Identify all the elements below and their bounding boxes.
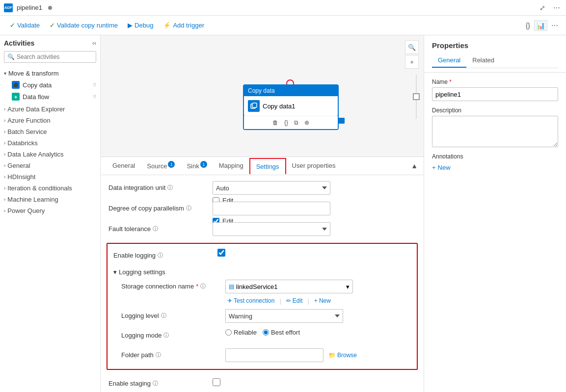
json-view-button[interactable]: {} (524, 20, 532, 31)
validate-button[interactable]: ✓ Validate (6, 20, 44, 31)
sidebar-item-data-flow[interactable]: ◈ Data flow ⠿ (0, 91, 100, 103)
monitor-button[interactable]: 📊 (534, 20, 547, 31)
collapse-button[interactable]: ⤢ (538, 3, 547, 13)
diu-controls: Auto 2 4 8 Edit (213, 181, 330, 204)
add-annotation-button[interactable]: + New (432, 162, 451, 173)
description-field-label: Description (432, 107, 558, 114)
validate-copy-button[interactable]: ✓ Validate copy runtime (46, 20, 122, 31)
info-icon-ft[interactable]: ⓘ (153, 225, 158, 233)
folder-path-label: Folder path ⓘ (121, 348, 219, 359)
collapse-panel-button[interactable]: ▲ (411, 162, 418, 170)
enable-staging-checkbox[interactable] (213, 378, 220, 386)
search-activities-input[interactable] (17, 53, 93, 60)
add-trigger-button[interactable]: ⚡ Add trigger (159, 20, 208, 31)
info-icon-lm[interactable]: ⓘ (163, 332, 169, 339)
test-connection-button[interactable]: ✈ Test connection (225, 296, 276, 305)
best-effort-option[interactable]: Best effort (263, 329, 300, 336)
enable-logging-checkbox[interactable] (217, 249, 225, 257)
enable-staging-label: Enable staging ⓘ (108, 377, 207, 387)
info-icon-el[interactable]: ⓘ (158, 252, 163, 259)
connect-activity-button[interactable]: ⊕ (303, 118, 310, 127)
search-icon: 🔍 (7, 53, 15, 60)
degree-parallelism-input[interactable] (213, 202, 330, 215)
tab-general[interactable]: General (107, 158, 141, 174)
search-box[interactable]: 🔍 (4, 51, 96, 63)
required-indicator: * (196, 283, 198, 290)
debug-button[interactable]: ▶ Debug (124, 20, 157, 31)
sidebar-item-batch-service[interactable]: › Batch Service (0, 126, 100, 137)
sink-badge: 1 (200, 161, 207, 168)
logging-settings-label: Logging settings (119, 268, 165, 276)
new-connection-button[interactable]: + New (312, 296, 333, 305)
storage-connection-dropdown[interactable]: ▤ linkedService1 ▾ (225, 280, 353, 293)
folder-path-row: Folder path ⓘ 📁 Browse (121, 348, 411, 364)
edit-connection-button[interactable]: ✏ Edit (284, 296, 305, 305)
sidebar-item-databricks[interactable]: › Databricks (0, 137, 100, 149)
plus-icon: + (314, 297, 318, 304)
sidebar-header: Activities ‹‹ (0, 35, 100, 49)
sidebar-item-azure-data-explorer[interactable]: › Azure Data Explorer (0, 104, 100, 115)
chevron-right-icon-9: › (4, 197, 5, 202)
chevron-right-icon-4: › (4, 140, 5, 146)
props-tab-related[interactable]: Related (466, 53, 500, 68)
sidebar-item-data-lake-analytics[interactable]: › Data Lake Analytics (0, 149, 100, 160)
logging-level-select[interactable]: Warning Info Error (225, 309, 343, 323)
search-canvas-button[interactable]: 🔍 (405, 40, 419, 54)
copy-data-activity-icon (248, 100, 260, 112)
general-label: General (7, 162, 30, 169)
delete-activity-button[interactable]: 🗑 (271, 118, 279, 127)
info-icon-dcp[interactable]: ⓘ (186, 205, 191, 212)
tab-settings[interactable]: Settings (249, 158, 286, 174)
tab-source[interactable]: Source1 (141, 157, 181, 175)
title-bar-actions: ⤢ ⋯ (538, 3, 562, 13)
collapse-sidebar-button[interactable]: ‹‹ (92, 40, 96, 47)
tab-mapping[interactable]: Mapping (213, 158, 249, 174)
description-field-textarea[interactable] (432, 116, 558, 147)
reliable-radio[interactable] (225, 329, 232, 336)
copy-activity-button[interactable]: ⧉ (293, 118, 299, 127)
info-icon-diu[interactable]: ⓘ (167, 184, 173, 191)
tab-user-properties[interactable]: User properties (286, 158, 342, 174)
sidebar-item-azure-function[interactable]: › Azure Function (0, 115, 100, 126)
main-layout: Activities ‹‹ 🔍 ▾ Move & transform ⬛ Cop… (0, 35, 566, 392)
info-icon-es[interactable]: ⓘ (153, 380, 158, 387)
data-integration-unit-select[interactable]: Auto 2 4 8 (213, 181, 330, 195)
sidebar-item-machine-learning[interactable]: › Machine Learning (0, 194, 100, 205)
info-icon-scn[interactable]: ⓘ (200, 283, 206, 290)
name-required-indicator: * (449, 78, 452, 85)
copy-data-activity-block[interactable]: Copy data Copy data1 🗑 {} ⧉ ⊕ (243, 84, 339, 130)
info-icon-fp[interactable]: ⓘ (156, 351, 161, 359)
sidebar-item-power-query[interactable]: › Power Query (0, 205, 100, 216)
toolbar-right-actions: {} 📊 ⋯ (524, 20, 560, 31)
sidebar-item-iteration-conditionals[interactable]: › Iteration & conditionals (0, 183, 100, 194)
enable-staging-row: Enable staging ⓘ (108, 375, 416, 387)
browse-button[interactable]: 📁 Browse (325, 351, 360, 360)
batch-service-label: Batch Service (7, 128, 47, 135)
more-options-button[interactable]: ⋯ (551, 3, 562, 13)
fault-tolerance-select[interactable]: Skip incompatible rows (213, 222, 330, 236)
sidebar-item-hdinsight[interactable]: › HDInsight (0, 171, 100, 183)
folder-icon: 📁 (328, 352, 336, 359)
pipeline-canvas[interactable]: Copy data Copy data1 🗑 {} ⧉ ⊕ (101, 35, 424, 157)
move-transform-header[interactable]: ▾ Move & transform (0, 68, 100, 79)
copy-data-block-header: Copy data (244, 85, 338, 96)
chevron-right-icon-8: › (4, 185, 5, 191)
folder-path-input[interactable] (225, 348, 323, 362)
power-query-label: Power Query (7, 207, 45, 214)
name-field-input[interactable] (432, 87, 558, 101)
props-tab-general[interactable]: General (432, 53, 466, 68)
settings-activity-button[interactable]: {} (283, 118, 289, 127)
toolbar-more-button[interactable]: ⋯ (549, 20, 560, 31)
svg-rect-1 (252, 103, 257, 107)
sidebar-item-general[interactable]: › General (0, 160, 100, 171)
reliable-option[interactable]: Reliable (225, 329, 257, 336)
best-effort-radio[interactable] (263, 329, 269, 336)
databricks-label: Databricks (7, 139, 37, 147)
sidebar-item-copy-data[interactable]: ⬛ Copy data ⠿ (0, 79, 100, 91)
zoom-in-button[interactable]: + (405, 55, 419, 69)
tab-sink[interactable]: Sink1 (181, 157, 213, 175)
annotations-label: Annotations (432, 153, 558, 160)
info-icon-ll[interactable]: ⓘ (161, 312, 166, 319)
storage-connection-label: Storage connection name * ⓘ (121, 280, 219, 290)
zoom-slider-thumb[interactable] (413, 93, 420, 100)
